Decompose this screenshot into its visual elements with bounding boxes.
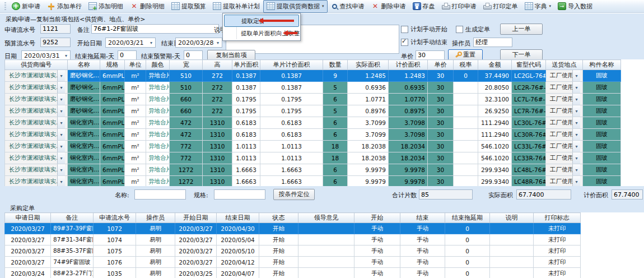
column-header[interactable]: 税率 [454, 60, 478, 70]
add-row-button[interactable]: 添加单行 [44, 0, 85, 13]
delivery-combo[interactable]: 工厂使用▾ [546, 82, 583, 94]
column-header[interactable]: 构件名称 [583, 60, 621, 70]
column-header[interactable]: 操作员 [136, 213, 175, 223]
table-row[interactable]: 长沙市潇湘玻璃实...▾磨砂钢化...6mmPLE...m²异地合片510272… [5, 82, 621, 94]
operator-input[interactable] [473, 38, 512, 47]
column-header[interactable]: 宽 [170, 60, 203, 70]
delivery-combo[interactable]: 工厂使用▾ [546, 70, 583, 82]
column-header[interactable]: 高 [203, 60, 232, 70]
locate-by-condition-button[interactable]: 按条件定位 [273, 189, 315, 200]
combo-value: 2020/03/28 [178, 39, 213, 47]
previous-order-button[interactable]: 上一单 [500, 24, 543, 35]
generate-order-checkbox[interactable]: 生成定单 [456, 25, 490, 34]
unit-price-input[interactable] [416, 50, 445, 60]
column-header[interactable]: 单片面积 [232, 60, 260, 70]
extract-supplement-plan-button[interactable]: 提取补单计划 [209, 0, 263, 13]
extract-pricing-menu-item[interactable]: 提取定价 [224, 15, 299, 27]
supplier-combo[interactable]: 长沙市潇湘玻璃实...▾ [5, 70, 68, 82]
start-date-combo[interactable]: 2020/03/21 ▾ [105, 38, 156, 48]
column-header[interactable]: 开始 [354, 213, 400, 223]
column-header[interactable]: 结束日期 [217, 213, 259, 223]
supplier-combo[interactable]: 长沙市潇湘玻璃实...▾ [5, 117, 68, 129]
reset-button[interactable]: 重置 [448, 49, 483, 61]
next-order-button[interactable]: 下一单 [500, 49, 543, 61]
column-header[interactable]: 单价 [428, 60, 454, 70]
supplier-combo[interactable]: 长沙市潇湘玻璃实...▾ [5, 82, 68, 94]
column-header[interactable]: 供货商编号 [5, 60, 68, 70]
column-header[interactable]: 实际面积 [348, 60, 389, 70]
cell: 6mmPLE... [100, 70, 125, 82]
column-header[interactable]: 备注 [51, 213, 94, 223]
delivery-combo[interactable]: 工厂使用▾ [546, 94, 583, 105]
table-row[interactable]: 长沙市潇湘玻璃实...▾钢化室内...6mmPLE...m²异地合片472131… [5, 117, 621, 129]
supplier-combo[interactable]: 长沙市潇湘玻璃实...▾ [5, 94, 68, 105]
serial-input[interactable] [40, 24, 71, 34]
column-header[interactable]: 说明 [490, 213, 534, 223]
extract-budget-button[interactable]: 提取预算 [168, 0, 209, 13]
supplier-combo[interactable]: 长沙市潇湘玻璃实...▾ [5, 141, 68, 152]
column-header[interactable]: 开始日期 [175, 213, 217, 223]
table-row[interactable]: 长沙市潇湘玻璃实...▾钢化室内...6mmPLE...m²异地合片772131… [5, 141, 621, 152]
column-header[interactable]: 规格 [100, 60, 125, 70]
manual-start-checkbox[interactable]: 计划手动开始 [401, 25, 447, 34]
print-request-button[interactable]: 打印申请 [438, 0, 480, 13]
print-order-button[interactable]: 打印定单 [480, 0, 521, 13]
table-row[interactable]: 长沙市潇湘玻璃实...▾磨砂钢化...6mmPLE...m²异地合片660272… [5, 105, 621, 117]
column-header[interactable]: 状态 [259, 213, 298, 223]
column-header[interactable]: 计价面积 [389, 60, 428, 70]
new-request-button[interactable]: 新申请 [8, 0, 44, 13]
table-row[interactable]: 长沙市潇湘玻璃实...▾磨砂钢化...6mmPLE...m²异地合片510272… [5, 70, 621, 82]
end-date-combo[interactable]: 2020/03/28 ▾ [175, 38, 222, 48]
delay-days-input[interactable] [118, 50, 137, 60]
delivery-combo[interactable]: 工厂使用▾ [546, 117, 583, 129]
column-header[interactable]: 申请日期 [5, 213, 51, 223]
table-row[interactable]: 2020/03/2774#9F窗固玻1076易明2020/03/272020/0… [5, 257, 581, 268]
budget-input[interactable] [40, 38, 71, 47]
column-header[interactable]: 名称 [68, 60, 100, 70]
table-row[interactable]: 2020/03/2488#23-27F门页玻1035易明2020/03/2520… [5, 268, 581, 278]
supplier-combo[interactable]: 长沙市潇湘玻璃实...▾ [5, 164, 68, 176]
column-header[interactable]: 送货地点 [546, 60, 583, 70]
table-row[interactable]: 长沙市潇湘玻璃实...▾钢化室内...6mmPLE...m²异地合片772131… [5, 152, 621, 164]
column-header[interactable]: 窗型代码 [512, 60, 546, 70]
dictionary-button[interactable]: 字典▾ [521, 0, 555, 13]
supplier-combo[interactable]: 长沙市潇湘玻璃实...▾ [5, 129, 68, 141]
delivery-combo[interactable]: 工厂使用▾ [546, 129, 583, 141]
delivery-combo[interactable]: 工厂使用▾ [546, 141, 583, 152]
supplier-combo[interactable]: 长沙市潇湘玻璃实...▾ [5, 152, 68, 164]
table-row[interactable]: 长沙市潇湘玻璃实...▾钢化室内...6mmPLE...m²异地合片127213… [5, 164, 621, 176]
column-header[interactable]: 金额 [478, 60, 512, 70]
table-row[interactable]: 长沙市潇湘玻璃实...▾磨砂钢化...6mmPLE...m²异地合片660272… [5, 94, 621, 105]
find-request-button[interactable]: 查找申请 [328, 0, 368, 13]
import-data-button[interactable]: 导入数据 [554, 0, 596, 13]
extract-supplier-data-button[interactable]: 提取供货商数据▾ [263, 0, 328, 13]
column-header[interactable]: 结束拖延期 [445, 213, 490, 223]
cell: 0.8976 [348, 105, 389, 117]
warn-days-input[interactable] [184, 50, 203, 60]
column-header[interactable]: 单位 [125, 60, 146, 70]
spec-filter-input[interactable] [214, 189, 265, 200]
column-header[interactable]: 领导意见 [298, 213, 354, 223]
delivery-combo[interactable]: 工厂使用▾ [546, 105, 583, 117]
delete-request-button[interactable]: 删除申请 [368, 0, 409, 13]
remark-input[interactable] [91, 24, 219, 34]
column-header[interactable]: 颜色 [146, 60, 170, 70]
column-header[interactable]: 申请流水号 [94, 213, 136, 223]
table-row[interactable]: 2020/03/2789#37-39F窗固玻1072易明2020/03/2720… [5, 223, 581, 234]
save-button[interactable]: 存盘 [409, 0, 438, 13]
table-row[interactable]: 2020/03/2787#31-34F窗固玻1074易明2020/03/2720… [5, 234, 581, 245]
table-row[interactable]: 长沙市潇湘玻璃实...▾钢化室内...6mmPLE...m²异地合片472131… [5, 129, 621, 141]
table-row[interactable]: 2020/03/2788#35-37F窗固玻1075易明2020/03/2720… [5, 245, 581, 257]
column-header[interactable]: 单片计价面积 [260, 60, 323, 70]
delivery-combo[interactable]: 工厂使用▾ [546, 152, 583, 164]
column-header[interactable]: 数量 [323, 60, 348, 70]
delete-detail-button[interactable]: 删除明细 [127, 0, 168, 13]
column-header[interactable]: 打印标志 [534, 213, 581, 223]
delivery-combo[interactable]: 工厂使用▾ [546, 164, 583, 176]
extract-piece-area-round-up-menu-item[interactable]: 提取单片面积向上取整 [224, 27, 299, 39]
supplier-combo[interactable]: 长沙市潇湘玻璃实...▾ [5, 105, 68, 117]
add-detail-button[interactable]: 添加明细 [85, 0, 127, 13]
column-header[interactable]: 结束 [400, 213, 445, 223]
name-filter-input[interactable] [134, 189, 186, 200]
manual-end-checkbox[interactable]: 计划手动结束 [401, 38, 447, 47]
